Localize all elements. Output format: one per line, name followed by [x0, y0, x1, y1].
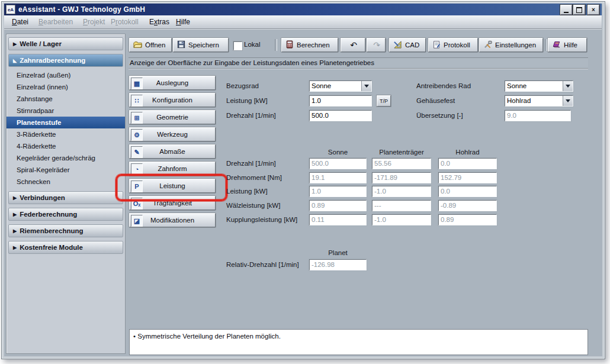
section-label: Federberechnung	[20, 211, 77, 218]
sidebar-item-4-raederkette[interactable]: 4-Räderkette	[7, 140, 125, 152]
chevron-expanded-icon: ◣	[13, 58, 17, 63]
leistung-label: Leistung [kW]	[226, 95, 268, 107]
redo-button: ↷	[367, 38, 386, 52]
table-cell: 500.0	[309, 158, 367, 169]
help-button[interactable]: Hilfe	[548, 38, 587, 52]
bezugsrad-select[interactable]: Sonne	[309, 80, 372, 92]
toolbar-separator	[275, 39, 277, 51]
sidebar-section-verbindungen[interactable]: ▶ Verbindungen	[8, 191, 123, 204]
sidebar-section-riemenberechnung[interactable]: ▶ Riemenberechnung	[8, 224, 123, 237]
relativ-drehzahl-output: -126.98	[309, 259, 367, 270]
sidebar-item-3-raederkette[interactable]: 3-Räderkette	[7, 128, 125, 140]
chevron-right-icon: ▶	[13, 212, 17, 217]
menu-projekt: Projekt	[83, 15, 105, 28]
sidebar-item-stirnradpaar[interactable]: Stirnradpaar	[7, 105, 125, 117]
nav-geometrie-button[interactable]: ⊞Geometrie	[129, 110, 216, 124]
tp-toggle-button[interactable]: T/P	[377, 95, 391, 107]
sidebar-section-kostenfreie-module[interactable]: ▶ Kostenfreie Module	[8, 241, 123, 254]
column-header-planetentraeger: Planetenträger	[372, 148, 431, 156]
sidebar-item-schnecken[interactable]: Schnecken	[7, 176, 125, 188]
status-info-bar: Anzeige der Oberfläche zur Eingabe der L…	[129, 57, 588, 69]
table-cell: -1.0	[372, 214, 431, 226]
calculate-button[interactable]: Berechnen	[281, 38, 338, 52]
gehaeusefest-label: Gehäusefest	[416, 95, 455, 107]
maximize-icon	[576, 7, 582, 13]
calculator-icon: ▦	[131, 78, 143, 89]
table-cell: 0.89	[309, 200, 367, 211]
chevron-down-icon[interactable]	[361, 81, 371, 91]
table-cell: 152.79	[438, 172, 497, 183]
nav-modifikationen-button[interactable]: ◪Modifikationen	[129, 213, 216, 227]
nav-konfiguration-button[interactable]: ∷Konfiguration	[129, 93, 216, 107]
nav-leistung-button[interactable]: PLeistung	[129, 179, 216, 193]
sidebar-item-zahnstange[interactable]: Zahnstange	[7, 93, 125, 105]
table-cell: 55.56	[372, 158, 431, 169]
open-button[interactable]: Öffnen	[129, 38, 172, 52]
menu-protokoll: Protokoll	[111, 15, 139, 28]
row-label: Leistung [kW]	[226, 186, 268, 197]
close-button[interactable]: ×	[587, 5, 599, 15]
row-label: Drehzahl [1/min]	[226, 158, 276, 169]
sidebar-item-einzelrad-aussen[interactable]: Einzelrad (außen)	[7, 69, 125, 81]
relativ-drehzahl-label: Relativ-Drehzahl [1/min]	[226, 259, 299, 270]
table-cell: 0.0	[438, 158, 497, 169]
sidebar-item-planetenstufe[interactable]: Planetenstufe	[7, 117, 125, 128]
protocol-button[interactable]: Protokoll	[428, 38, 478, 52]
tooth-profile-icon: ◔	[131, 163, 143, 175]
gehaeusefest-select[interactable]: Hohlrad	[505, 95, 573, 107]
message-text: • Symmetrische Verteilung der Planeten m…	[133, 333, 281, 340]
grid-icon: ⊞	[131, 112, 143, 124]
column-header-hohlrad: Hohlrad	[438, 148, 497, 156]
sidebar-section-federberechnung[interactable]: ▶ Federberechnung	[8, 208, 123, 221]
column-header-sonne: Sonne	[309, 148, 367, 156]
redo-icon: ↷	[373, 41, 380, 49]
undo-button[interactable]: ↶	[341, 38, 365, 52]
table-cell: 1.0	[309, 186, 367, 197]
local-checkbox[interactable]	[233, 41, 242, 50]
drehzahl-label: Drehzahl [1/min]	[226, 110, 276, 121]
nav-zahnform-button[interactable]: ◔Zahnform	[129, 162, 216, 176]
minimize-icon	[564, 12, 569, 13]
table-cell: 0.89	[438, 214, 497, 226]
sidebar-item-kegelraeder[interactable]: Kegelräder gerade/schräg	[7, 152, 125, 164]
antreibendes-rad-select[interactable]: Sonne	[505, 80, 573, 92]
undo-icon: ↶	[350, 41, 357, 49]
table-cell: ---	[372, 200, 431, 211]
nav-werkzeug-button[interactable]: ⚙Werkzeug	[129, 127, 216, 141]
drehzahl-input[interactable]: 500.0	[309, 110, 372, 121]
section-label: Kostenfreie Module	[20, 244, 83, 251]
nav-auslegung-button[interactable]: ▦Auslegung	[129, 76, 216, 90]
sidebar-item-spiral-kegelraeder[interactable]: Spiral-Kegelräder	[7, 164, 125, 176]
message-box: • Symmetrische Verteilung der Planeten m…	[129, 329, 588, 355]
bezugsrad-label: Bezugsrad	[226, 80, 259, 92]
modifications-icon: ◪	[131, 215, 143, 227]
cad-button[interactable]: CAD	[389, 38, 426, 52]
window-controls: ×	[560, 5, 599, 15]
menu-hilfe[interactable]: Hilfe	[176, 15, 190, 28]
nav-tragfaehigkeit-button[interactable]: OₓTragfähigkeit	[129, 196, 216, 210]
app-icon: eA	[6, 5, 15, 14]
chevron-right-icon: ▶	[13, 228, 17, 234]
calculator-icon	[285, 40, 294, 50]
chevron-down-icon[interactable]	[563, 96, 573, 106]
row-label: Kupplungsleistung [kW]	[226, 214, 297, 226]
maximize-button[interactable]	[573, 5, 585, 15]
menu-extras[interactable]: Extras	[149, 15, 169, 28]
stress-icon: Oₓ	[131, 198, 143, 210]
sidebar-item-einzelrad-innen[interactable]: Einzelrad (innen)	[7, 81, 125, 93]
floppy-disk-icon	[177, 40, 185, 50]
menu-bearbeiten: Bearbeiten	[38, 15, 73, 28]
title-bar: eA eAssistant - GWJ Technology GmbH ×	[4, 4, 602, 15]
sidebar-section-zahnradberechnung[interactable]: ◣ Zahnradberechnung	[8, 54, 123, 67]
menu-datei[interactable]: Datei	[12, 15, 28, 28]
table-cell: 0.0	[438, 186, 497, 197]
settings-button[interactable]: Einstellungen	[479, 38, 543, 52]
power-data-icon: P	[131, 181, 143, 192]
save-button[interactable]: Speichern	[173, 38, 229, 52]
minimize-button[interactable]	[560, 5, 572, 15]
row-label: Wälzleistung [kW]	[226, 200, 280, 211]
leistung-input[interactable]: 1.0	[309, 95, 372, 107]
nav-abmasse-button[interactable]: ✎Abmaße	[129, 144, 216, 159]
chevron-down-icon[interactable]	[563, 81, 573, 91]
sidebar-section-welle-lager[interactable]: ▶ Welle / Lager	[8, 37, 123, 50]
